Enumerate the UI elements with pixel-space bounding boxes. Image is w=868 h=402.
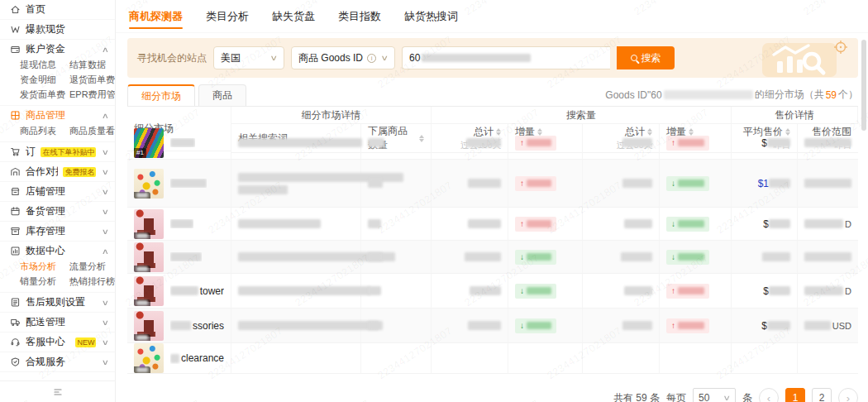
redacted-text <box>622 138 652 147</box>
top-tab[interactable]: 缺失货盘 <box>272 0 315 33</box>
top-tab[interactable]: 类目指数 <box>338 0 381 33</box>
market-cell: clearance <box>127 343 231 374</box>
trend-chip-down: ↓ <box>666 250 709 265</box>
search-type-select[interactable]: 商品 Goods ID i ∨ <box>291 46 395 69</box>
chevron-up-icon: ∧ <box>102 45 109 54</box>
sidebar-item-store-management[interactable]: 店铺管理∨ <box>0 184 115 199</box>
page-button-1[interactable]: 1 <box>785 388 805 402</box>
redacted-text <box>804 179 851 188</box>
market-cell: #1 <box>127 127 231 160</box>
promo-badge: NEW <box>75 337 96 347</box>
sidebar-subitem[interactable]: 提现信息 <box>20 59 66 71</box>
keywords-cell <box>231 160 361 208</box>
chevron-down-icon: ∨ <box>102 299 109 307</box>
sidebar-item-hot-products[interactable]: 爆款现货 <box>0 22 115 36</box>
delivery-icon <box>10 317 21 328</box>
rank-badge <box>134 266 150 272</box>
sidebar-item-goods-management[interactable]: 商品管理∧ <box>0 108 115 122</box>
total-180d-cell <box>432 241 508 274</box>
redacted-text <box>238 185 288 194</box>
result-summary: Goods ID"60的细分市场（共59个） <box>605 88 858 106</box>
view-tab[interactable]: 细分市场 <box>127 84 195 106</box>
table-row[interactable]: #1 ↑ ↑ $ <box>127 127 858 160</box>
trend-chip-down: ↓ <box>666 217 709 232</box>
product-thumbnail[interactable] <box>134 343 164 373</box>
sidebar-subitem[interactable]: 结算数据 <box>69 59 116 71</box>
rank-badge: #1 <box>134 148 146 158</box>
prev-page-button[interactable]: ‹ <box>759 388 779 402</box>
site-select[interactable]: 美国 ∨ <box>213 46 284 69</box>
rank-badge <box>134 299 150 306</box>
sidebar-subitem[interactable]: 销量分析 <box>20 275 66 288</box>
search-button[interactable]: 搜索 <box>617 46 675 69</box>
sidebar-item-customer-service[interactable]: 客服中心NEW∨ <box>0 335 115 349</box>
sidebar-item-compliance-service[interactable]: 合规服务∨ <box>0 355 115 369</box>
sidebar-item-inventory-management[interactable]: 库存管理∨ <box>0 224 115 238</box>
top-tab[interactable]: 缺货热搜词 <box>404 0 458 33</box>
product-thumbnail[interactable] <box>134 276 164 306</box>
price-range-cell <box>798 241 858 274</box>
product-thumbnail[interactable] <box>134 311 164 341</box>
sidebar-subitem[interactable]: EPR费用管理 <box>69 89 116 101</box>
sidebar-item-home[interactable]: 首页 <box>0 2 115 17</box>
sidebar-subitem[interactable]: 流量分析 <box>69 261 115 273</box>
table-row[interactable]: ↑ ↓ $1 <box>127 160 858 208</box>
sidebar-subitem[interactable]: 热销排行榜 <box>69 275 115 288</box>
table-row[interactable]: clearance <box>127 343 858 371</box>
top-tab[interactable]: 类目分析 <box>206 0 249 33</box>
total-180d-cell <box>432 309 508 343</box>
redacted-text <box>368 321 383 330</box>
sidebar-item-aftersale-rules[interactable]: 售后规则设置∨ <box>0 295 115 309</box>
sidebar-item-data-center[interactable]: 数据中心∧ <box>0 244 115 258</box>
sidebar-subitem[interactable]: 商品质量看板 <box>69 125 116 137</box>
top-tab[interactable]: 商机探测器 <box>129 0 183 33</box>
sidebar-subitem[interactable]: 市场分析 <box>20 261 66 273</box>
redacted-text <box>170 354 179 363</box>
total-180d-cell <box>432 127 508 160</box>
view-tab[interactable]: 商品 <box>198 84 246 106</box>
product-thumbnail[interactable] <box>134 209 164 239</box>
redacted-text <box>468 321 501 330</box>
market-name-fragment: clearance <box>181 352 224 364</box>
search-input[interactable]: 60 <box>402 46 610 69</box>
sidebar-subitem[interactable]: 发货面单费 <box>20 89 66 101</box>
view-tabs: 细分市场商品 <box>127 84 250 106</box>
total-30d-cell <box>583 343 660 374</box>
table-row[interactable]: ssories ↓ ↑ $ USD <box>127 309 858 343</box>
product-thumbnail[interactable] <box>134 169 164 199</box>
redacted-text <box>804 252 851 261</box>
sidebar-item-stock-preparation[interactable]: 备货管理∨ <box>0 204 115 218</box>
sidebar-subitem[interactable]: 商品列表 <box>20 125 66 137</box>
sidebar-item-account-funds[interactable]: 账户资金∧ <box>0 42 115 56</box>
redacted-goods-id <box>664 90 753 99</box>
sidebar-subitem[interactable]: 资金明细 <box>20 74 66 86</box>
per-page-select[interactable]: 50∨ <box>693 388 736 402</box>
increment-30d-cell: ↑ <box>660 127 732 160</box>
sidebar-item-partner-warehouse[interactable]: 合作对接仓免费报名∨ <box>0 165 115 179</box>
table-row[interactable]: tower ↓ ↑ $ D <box>127 274 858 309</box>
product-thumbnail[interactable] <box>134 242 164 272</box>
next-page-button[interactable]: › <box>838 388 858 402</box>
collapse-sidebar-button[interactable] <box>0 380 115 402</box>
table-row[interactable]: ↑ ↓ $ D <box>127 208 858 241</box>
keywords-cell <box>231 208 361 241</box>
keywords-cell <box>231 309 361 343</box>
table-row[interactable]: ↓ ↓ <box>127 241 858 274</box>
app-root: 首页 爆款现货 账户资金∧ 提现信息结算数据资金明细退货面单费发货面单费EPR费… <box>0 0 868 402</box>
sidebar-item-delivery-management[interactable]: 配送管理∨ <box>0 315 115 329</box>
redacted-text <box>170 252 202 261</box>
chevron-down-icon: ∨ <box>381 54 389 62</box>
redacted-text <box>466 138 501 147</box>
rank-badge <box>134 334 150 341</box>
sidebar-subitem[interactable]: 退货面单费 <box>69 74 116 86</box>
per-page-suffix: 条 <box>742 391 752 402</box>
redacted-text <box>368 252 383 261</box>
scrollbar-thumb[interactable] <box>861 40 866 131</box>
sidebar-item-order-management[interactable]: 订单管理在线下单补贴中∨ <box>0 145 115 159</box>
redacted-text <box>622 179 652 188</box>
page-button-2[interactable]: 2 <box>812 388 832 402</box>
promo-badge: 免费报名 <box>63 167 96 177</box>
search-icon <box>631 55 637 61</box>
redacted-text <box>238 219 321 228</box>
product-thumbnail[interactable]: #1 <box>134 128 164 158</box>
